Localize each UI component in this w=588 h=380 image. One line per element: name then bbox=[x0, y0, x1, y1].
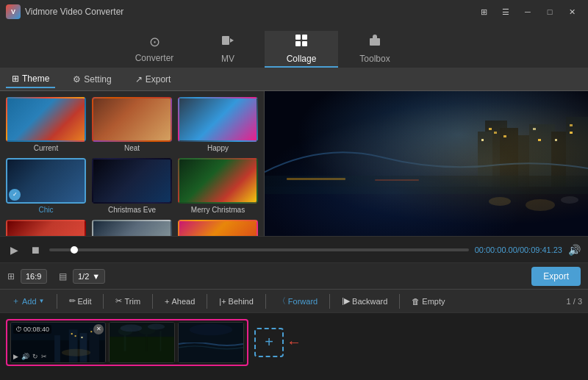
tab-mv[interactable]: MV bbox=[191, 31, 265, 68]
svg-rect-17 bbox=[494, 132, 497, 134]
clip-time: ⏱ 00:08:40 bbox=[13, 325, 51, 334]
stop-button[interactable]: ⏹ bbox=[27, 243, 43, 257]
clip-rotate-icon[interactable]: ↻ bbox=[32, 353, 38, 360]
svg-rect-23 bbox=[570, 124, 573, 126]
clip-audio-icon[interactable]: 🔊 bbox=[21, 353, 29, 360]
subtab-export[interactable]: ↗ Export bbox=[129, 71, 177, 87]
aspect-ratio-select[interactable]: 16:9 4:3 1:1 9:16 bbox=[21, 269, 47, 284]
trim-button[interactable]: ✂ Trim bbox=[110, 293, 146, 309]
tab-collage[interactable]: Collage bbox=[265, 31, 338, 68]
svg-marker-1 bbox=[230, 38, 234, 43]
subtab-theme[interactable]: ⊞ Theme bbox=[6, 71, 55, 88]
timeline-clip-3[interactable] bbox=[178, 322, 244, 363]
tab-mv-label: MV bbox=[221, 54, 234, 64]
svg-rect-20 bbox=[533, 128, 536, 130]
subtab-setting[interactable]: ⚙ Setting bbox=[67, 71, 117, 87]
theme-item-chic[interactable]: ✓ Chic bbox=[6, 158, 86, 213]
clip-play-icon[interactable]: ▶ bbox=[13, 353, 18, 360]
add-clip-button[interactable]: + bbox=[254, 328, 284, 357]
theme-thumb-chic: ✓ bbox=[6, 158, 86, 203]
converter-icon: ⊙ bbox=[149, 34, 160, 50]
svg-rect-36 bbox=[54, 335, 60, 362]
layout-icon: ▤ bbox=[59, 271, 67, 282]
svg-point-27 bbox=[561, 196, 578, 204]
theme-item-happy[interactable]: Happy bbox=[178, 97, 258, 152]
ahead-button[interactable]: + Ahead bbox=[159, 294, 201, 309]
tab-toolbox[interactable]: Toolbox bbox=[338, 31, 412, 68]
subtab-export-label: Export bbox=[146, 74, 171, 85]
svg-rect-21 bbox=[538, 139, 541, 141]
svg-rect-18 bbox=[481, 139, 484, 141]
backward-button[interactable]: |▶ Backward bbox=[336, 293, 393, 309]
tab-collage-label: Collage bbox=[287, 54, 317, 64]
app-logo: V bbox=[6, 4, 21, 19]
tab-converter[interactable]: ⊙ Converter bbox=[118, 31, 191, 68]
theme-thumb-happy bbox=[178, 97, 258, 142]
theme-item-merry-christmas[interactable]: Merry Christmas bbox=[178, 158, 258, 213]
behind-button[interactable]: |+ Behind bbox=[213, 294, 259, 309]
toolbar-divider-7 bbox=[399, 294, 400, 309]
svg-rect-28 bbox=[265, 176, 588, 194]
svg-rect-40 bbox=[90, 331, 92, 332]
app-title: Vidmore Video Converter bbox=[25, 7, 123, 17]
trim-icon: ✂ bbox=[115, 296, 122, 306]
progress-bar[interactable] bbox=[49, 248, 469, 251]
theme-thumb-stripes-waves bbox=[178, 220, 258, 236]
clip-controls: ▶ 🔊 ↻ ✂ bbox=[13, 353, 47, 360]
theme-label-happy: Happy bbox=[178, 144, 258, 152]
menu-button[interactable]: ☰ bbox=[495, 4, 516, 20]
export-button[interactable]: Export bbox=[531, 267, 581, 286]
theme-item-santa-claus[interactable]: Santa Claus bbox=[6, 220, 86, 236]
svg-rect-19 bbox=[503, 135, 506, 137]
svg-rect-6 bbox=[370, 38, 380, 46]
titlebar-controls: ⊞ ☰ ─ □ ✕ bbox=[473, 4, 582, 20]
empty-icon: 🗑 bbox=[412, 297, 420, 306]
svg-point-50 bbox=[121, 324, 142, 331]
split-select[interactable]: 1/2 ▼ bbox=[73, 269, 105, 284]
svg-rect-30 bbox=[375, 179, 419, 181]
backward-icon: |▶ bbox=[342, 296, 350, 306]
timeline-clip-2[interactable] bbox=[109, 322, 175, 363]
theme-label-neat: Neat bbox=[92, 144, 172, 152]
subtab-setting-label: Setting bbox=[84, 74, 111, 85]
timeline: ⏱ 00:08:40 ✕ ▶ 🔊 ↻ ✂ bbox=[0, 312, 588, 371]
empty-button[interactable]: 🗑 Empty bbox=[406, 294, 451, 309]
edit-button[interactable]: ✏ Edit bbox=[63, 293, 98, 309]
toolbar-divider-3 bbox=[152, 294, 153, 309]
subtab-theme-label: Theme bbox=[22, 74, 49, 84]
volume-icon[interactable]: 🔊 bbox=[568, 244, 581, 256]
clip-close-button[interactable]: ✕ bbox=[93, 324, 104, 334]
close-button[interactable]: ✕ bbox=[562, 4, 582, 20]
minimize-button[interactable]: ─ bbox=[517, 4, 538, 20]
player-controls: ▶ ⏹ 00:00:00.00/00:09:41.23 🔊 bbox=[0, 236, 588, 262]
clip-cut-icon[interactable]: ✂ bbox=[41, 353, 47, 360]
grid-button[interactable]: ⊞ bbox=[473, 4, 494, 20]
forward-button[interactable]: 〈 Forward bbox=[272, 293, 323, 309]
svg-rect-7 bbox=[265, 91, 588, 236]
play-button[interactable]: ▶ bbox=[7, 243, 21, 257]
behind-icon: |+ bbox=[219, 297, 226, 306]
aspect-bar: ⊞ 16:9 4:3 1:1 9:16 ▤ 1/2 ▼ Export bbox=[0, 262, 588, 289]
svg-rect-16 bbox=[489, 128, 492, 130]
theme-item-neat[interactable]: Neat bbox=[92, 97, 172, 152]
forward-icon: 〈 bbox=[278, 295, 286, 306]
sub-toolbar: ⊞ Theme ⚙ Setting ↗ Export bbox=[0, 68, 588, 91]
time-display: 00:00:00.00/00:09:41.23 bbox=[475, 245, 562, 254]
svg-rect-2 bbox=[295, 35, 301, 40]
svg-point-25 bbox=[489, 197, 511, 206]
theme-item-snowy-night[interactable]: Snowy Night bbox=[92, 220, 172, 236]
svg-rect-43 bbox=[110, 337, 174, 362]
timeline-clip-1[interactable]: ⏱ 00:08:40 ✕ ▶ 🔊 ↻ ✂ bbox=[10, 322, 106, 363]
theme-item-christmas-eve[interactable]: Christmas Eve bbox=[92, 158, 172, 213]
theme-thumb-santa-claus bbox=[6, 220, 86, 236]
theme-item-current[interactable]: Current bbox=[6, 97, 86, 152]
svg-rect-11 bbox=[500, 128, 518, 187]
timeline-track: ⏱ 00:08:40 ✕ ▶ 🔊 ↻ ✂ bbox=[6, 319, 248, 366]
edit-icon: ✏ bbox=[69, 296, 76, 306]
svg-rect-34 bbox=[80, 333, 87, 362]
theme-item-stripes-waves[interactable]: Stripes & Waves bbox=[178, 220, 258, 236]
maximize-button[interactable]: □ bbox=[539, 4, 560, 20]
svg-point-26 bbox=[526, 199, 555, 211]
bottom-toolbar: ＋ Add ▼ ✏ Edit ✂ Trim + Ahead |+ Behind … bbox=[0, 289, 588, 312]
add-button[interactable]: ＋ Add ▼ bbox=[6, 293, 51, 309]
